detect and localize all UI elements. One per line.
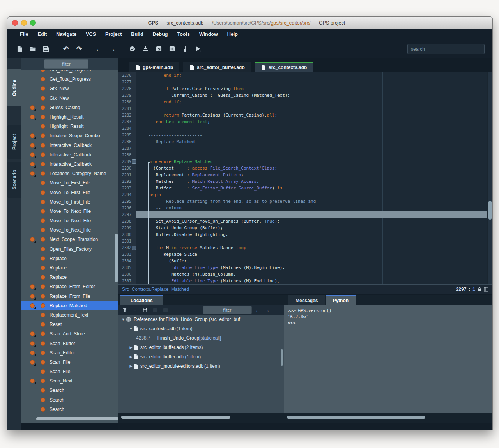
outline-item[interactable]: Search [21, 395, 118, 405]
outline-item[interactable]: Move_To_First_File [21, 178, 118, 188]
outline-item[interactable]: Move_To_First_File [21, 188, 118, 197]
remove-icon[interactable]: − [131, 306, 139, 314]
overwrite-mode-icon[interactable] [484, 287, 488, 292]
outline-item[interactable]: Gtk_New [21, 94, 118, 103]
outline-item[interactable]: Guess_Casing [21, 103, 118, 112]
locations-vertical-scrollbar[interactable] [281, 349, 283, 366]
save-icon[interactable] [41, 44, 51, 54]
back-icon[interactable]: ← [94, 44, 104, 54]
code-editor[interactable]: 2276 end if;22772278 if Pattern.Case_Pre… [118, 72, 492, 284]
outline-item[interactable]: Scan_And_Store [21, 329, 118, 338]
run-main-icon[interactable] [193, 44, 204, 54]
outline-item[interactable]: Replace [21, 273, 118, 282]
outline-filter-input[interactable] [44, 59, 88, 69]
tab-messages[interactable]: Messages [288, 295, 325, 305]
editor-tab-gps-main-adb[interactable]: gps-main.adb [129, 62, 179, 72]
outline-item[interactable]: Gtk_New [21, 84, 118, 93]
outline-item[interactable]: Locations_Category_Name [21, 169, 118, 178]
forward-icon[interactable]: → [107, 44, 118, 54]
locations-row[interactable]: 4238:7Finish_Undo_Group [static call] [118, 333, 284, 343]
build-icon[interactable] [140, 44, 151, 54]
sidebar-tab-project[interactable]: Project [7, 125, 21, 159]
locations-row[interactable]: ▶src_editor_module-editors.adb (1 item) [118, 361, 284, 371]
open-folder-icon[interactable] [27, 44, 38, 54]
next-icon[interactable]: → [263, 306, 271, 314]
outline-menu-button[interactable] [109, 61, 114, 67]
outline-item[interactable]: Move_To_Next_File [21, 207, 118, 216]
outline-item[interactable]: Replace_From_File [21, 292, 118, 301]
prev-icon[interactable]: ← [253, 306, 262, 314]
locations-horizontal-scrollbar[interactable] [121, 416, 230, 419]
outline-item[interactable]: Get_Total_Progress [21, 70, 118, 74]
locations-row[interactable]: ▼src_contexts.adb (1 item) [118, 324, 284, 333]
clean-icon[interactable] [180, 44, 191, 54]
menu-navigate[interactable]: Navigate [51, 29, 81, 40]
menu-build[interactable]: Build [126, 29, 148, 40]
menu-debug[interactable]: Debug [148, 29, 173, 40]
outline-item[interactable]: Replace [21, 254, 118, 263]
minimize-button[interactable] [21, 20, 27, 26]
outline-item[interactable]: Scan_File [21, 367, 118, 376]
chevron-right-icon[interactable]: ▶ [128, 345, 134, 349]
editor-vertical-scrollbar[interactable] [487, 72, 492, 284]
outline-item[interactable]: Replacement_Text [21, 310, 118, 320]
outline-item[interactable]: Move_To_Next_File [21, 225, 118, 235]
outline-item[interactable]: Scan_Editor [21, 348, 118, 358]
chevron-right-icon[interactable]: ▶ [128, 364, 134, 368]
editor-scrollbar-thumb[interactable] [488, 201, 492, 220]
outline-item[interactable]: Reset [21, 320, 118, 329]
outline-item[interactable]: Open_Files_Factory [21, 244, 118, 254]
editor-tab-src_contexts-adb[interactable]: src_contexts.adb [255, 62, 313, 72]
outline-item[interactable]: Scan_Next [21, 376, 118, 386]
menu-file[interactable]: File [15, 29, 33, 40]
outline-vertical-scrollbar[interactable] [115, 234, 118, 282]
outline-item[interactable]: Move_To_Next_File [21, 216, 118, 225]
chevron-down-icon[interactable]: ▼ [128, 327, 134, 331]
disabled-b-icon[interactable] [161, 306, 170, 314]
outline-item[interactable]: Interactive_Callback [21, 141, 118, 150]
tab-python[interactable]: Python [326, 295, 356, 305]
outline-item[interactable]: Interactive_Callback [21, 159, 118, 169]
menu-vcs[interactable]: VCS [81, 29, 101, 40]
close-button[interactable] [12, 20, 18, 26]
outline-item[interactable]: Get_Total_Progress [21, 74, 118, 84]
menu-project[interactable]: Project [101, 29, 126, 40]
outline-item[interactable]: Highlight_Result [21, 112, 118, 122]
fold-marker-icon[interactable] [132, 159, 136, 164]
outline-item[interactable]: Highlight_Result [21, 122, 118, 131]
outline-item[interactable]: Move_To_First_File [21, 197, 118, 207]
outline-item[interactable]: Replace [21, 263, 118, 273]
menu-help[interactable]: Help [223, 29, 242, 40]
editor-tab-src_editor_buffer-adb[interactable]: src_editor_buffer.adb [183, 62, 251, 72]
new-file-icon[interactable] [14, 44, 25, 54]
menu-window[interactable]: Window [195, 29, 223, 40]
zoom-button[interactable] [30, 20, 36, 26]
locations-filter-input[interactable] [203, 306, 252, 314]
funnel-icon[interactable] [120, 306, 129, 314]
outline-item[interactable]: Interactive_Callback [21, 150, 118, 159]
console-horizontal-scrollbar[interactable] [287, 416, 425, 419]
lock-icon[interactable] [478, 287, 481, 292]
outline-item[interactable]: Replace_Matched [21, 301, 118, 310]
chevron-down-icon[interactable]: ▼ [120, 317, 126, 321]
compile-all-icon[interactable] [153, 44, 164, 54]
locations-row[interactable]: ▶src_editor_buffer.ads (2 items) [118, 343, 284, 352]
outline-item[interactable]: Next_Scope_Transition [21, 235, 118, 244]
menu-tools[interactable]: Tools [173, 29, 195, 40]
outline-item[interactable]: Search [21, 386, 118, 395]
outline-item[interactable]: Scan_Buffer [21, 338, 118, 348]
locations-row[interactable]: ▶src_editor_buffer.adb (1 item) [118, 352, 284, 361]
disabled-a-icon[interactable] [151, 306, 159, 314]
search-input[interactable] [407, 44, 485, 54]
fold-marker-icon[interactable] [132, 246, 136, 250]
sidebar-tab-outline[interactable]: Outline [7, 69, 21, 106]
redo-icon[interactable]: ↷ [74, 44, 85, 54]
outline-item[interactable]: Scan_File [21, 358, 118, 367]
outline-item[interactable]: Initialize_Scope_Combo [21, 131, 118, 140]
chevron-right-icon[interactable]: ▶ [128, 355, 134, 359]
outline-item[interactable]: Search [21, 405, 118, 414]
locations-menu-button[interactable] [273, 306, 281, 314]
undo-icon[interactable]: ↶ [60, 44, 71, 54]
menu-edit[interactable]: Edit [33, 29, 52, 40]
save-loc-icon[interactable] [141, 306, 149, 314]
